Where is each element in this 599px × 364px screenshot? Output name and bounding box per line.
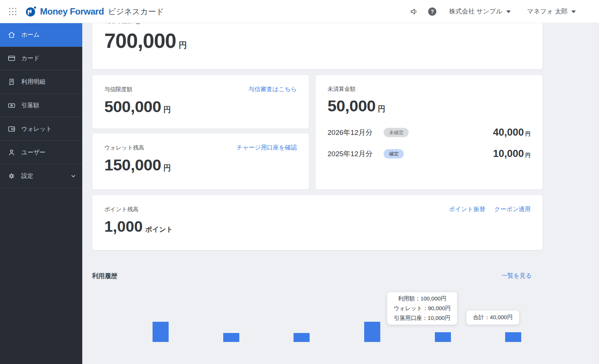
statement-icon [7,78,16,86]
user-name: マネフォ 太郎 [527,7,568,16]
sidebar-item-label: 設定 [21,172,33,180]
unsettled-row: 2025年12月分 確定 10,000円 [328,148,531,160]
points-balance-unit: ポイント [145,226,173,233]
sidebar-nav: ホーム カード 利用明細 引落額 ウォ [0,23,82,364]
unsettled-amount-label: 未清算金額 [328,86,356,93]
usage-bar[interactable] [435,332,451,342]
coupon-apply-link[interactable]: クーポン適用 [494,206,531,213]
usage-bar[interactable] [153,322,169,342]
unsettled-row-unit: 円 [525,152,531,158]
usage-history-chart: 利用額：100,000円 ウォレット：90,000円 引落用口座：10,000円… [92,280,543,342]
points-transfer-link[interactable]: ポイント振替 [449,206,485,213]
app-header: Money Forward ビジネスカード ? 株式会社 サンプル マネフォ 太… [0,0,599,23]
unsettled-period: 2026年12月分 [328,128,372,138]
chart-tooltip-breakdown: 利用額：100,000円 ウォレット：90,000円 引落用口座：10,000円 [387,292,457,325]
brand-name: Money Forward [40,6,104,17]
unsettled-row-unit: 円 [525,131,531,137]
usage-bar[interactable] [364,322,380,342]
caret-down-icon [506,10,511,13]
sidebar-item-cards[interactable]: カード [0,47,82,70]
wallet-balance-unit: 円 [163,164,171,172]
view-all-link[interactable]: 一覧を見る [501,272,532,280]
sidebar-item-statements[interactable]: 利用明細 [0,70,82,94]
tooltip-debit-line: 引落用口座：10,000円 [394,313,451,323]
wallet-icon [7,125,16,133]
sidebar-item-debits[interactable]: 引落額 [0,94,82,117]
sidebar-item-label: ウォレット [21,125,52,133]
gear-icon [7,172,16,180]
usage-history-title: 利用履歴 [92,272,117,280]
unsettled-amount-unit: 円 [378,105,385,113]
points-balance-value: 1,000 [104,218,143,235]
card-icon [7,54,16,62]
credit-limit-value: 500,000 [104,98,161,115]
debit-icon [7,101,16,109]
sidebar-item-settings[interactable]: 設定 [0,164,82,188]
unsettled-row-amount: 10,000 [493,148,524,159]
company-name: 株式会社 サンプル [449,7,502,16]
user-icon [7,148,16,157]
sidebar-item-label: ユーザー [21,149,46,157]
unsettled-amount-value: 50,000 [328,97,376,115]
sidebar-item-label: 引落額 [21,102,39,109]
usage-bar[interactable] [294,333,310,342]
tooltip-total-line: 合計：40,000円 [473,314,513,321]
tooltip-wallet-line: ウォレット：90,000円 [394,303,451,313]
wallet-balance-label: ウォレット残高 [104,144,144,151]
chart-tooltip-total: 合計：40,000円 [466,310,519,325]
unsettled-row: 2026年12月分 未確定 40,000円 [328,127,531,138]
brand-product: ビジネスカード [108,6,164,17]
user-selector[interactable]: マネフォ 太郎 [527,7,576,16]
usage-bar[interactable] [505,332,521,342]
main-content: 利用可能額 ? 700,000円 与信限度額 与信審査はこちら 500,000円 [82,0,599,342]
sidebar-item-wallet[interactable]: ウォレット [0,117,82,141]
sidebar-item-label: カード [21,55,40,62]
status-badge-pending: 未確定 [384,128,409,137]
credit-limit-card: 与信限度額 与信審査はこちら 500,000円 [92,75,309,129]
available-amount-unit: 円 [179,40,187,50]
tooltip-usage-line: 利用額：100,000円 [398,294,446,303]
wallet-balance-value: 150,000 [104,156,161,174]
sidebar-item-users[interactable]: ユーザー [0,141,82,164]
available-amount-value: 700,000 [104,29,176,52]
unsettled-amount-card: 未清算金額 50,000円 2026年12月分 未確定 40,000円 2025… [315,75,543,190]
credit-review-link[interactable]: 与信審査はこちら [249,86,297,93]
moneyforward-logo-icon [25,6,37,17]
usage-bar[interactable] [223,333,239,342]
caret-down-icon [571,10,576,13]
credit-limit-label: 与信限度額 [104,86,132,93]
help-icon[interactable]: ? [428,7,436,16]
chevron-down-icon [70,173,76,179]
status-badge-fixed: 確定 [384,149,404,158]
home-icon [7,31,16,39]
apps-grid-icon[interactable] [8,7,17,16]
unsettled-row-amount: 40,000 [493,127,524,138]
megaphone-icon[interactable] [409,7,418,16]
brand-logo[interactable]: Money Forward ビジネスカード [25,6,164,17]
company-selector[interactable]: 株式会社 サンプル [449,7,510,16]
unsettled-period: 2025年12月分 [328,149,372,159]
charge-account-link[interactable]: チャージ用口座を確認 [237,144,297,152]
points-balance-card: ポイント残高 ポイント振替 クーポン適用 1,000ポイント [92,195,543,250]
sidebar-item-label: 利用明細 [21,78,45,86]
points-balance-label: ポイント残高 [104,206,138,213]
sidebar-item-label: ホーム [21,31,40,39]
wallet-balance-card: ウォレット残高 チャージ用口座を確認 150,000円 [92,133,309,190]
credit-limit-unit: 円 [163,105,171,114]
sidebar-item-home[interactable]: ホーム [0,23,82,47]
